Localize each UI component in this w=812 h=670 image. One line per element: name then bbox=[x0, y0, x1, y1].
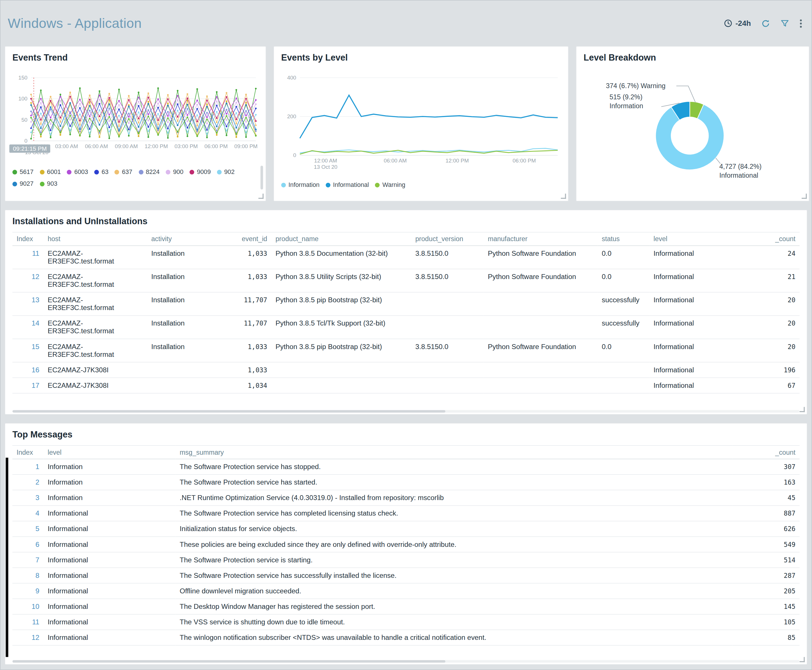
legend-item-warning[interactable]: Warning bbox=[375, 181, 406, 188]
legend-item-900[interactable]: 900 bbox=[166, 168, 183, 175]
cell-product-name bbox=[271, 362, 411, 378]
legend-item-9009[interactable]: 9009 bbox=[190, 168, 211, 175]
legend-item-6003[interactable]: 6003 bbox=[67, 168, 88, 175]
cell-index[interactable]: 17 bbox=[12, 378, 43, 393]
cell-index[interactable]: 15 bbox=[12, 339, 43, 362]
table-row[interactable]: 16EC2AMAZ-J7K308I1,033Informational196 bbox=[12, 362, 799, 378]
cell-index[interactable]: 10 bbox=[12, 599, 43, 614]
cell-level: Informational bbox=[650, 339, 717, 362]
legend-label: Information bbox=[289, 181, 320, 188]
legend-item-9027[interactable]: 9027 bbox=[12, 180, 33, 188]
table-row[interactable]: 14EC2AMAZ-ER3EF3C.test.formatInstallatio… bbox=[12, 315, 799, 339]
table-row[interactable]: 5InformationalInitialization status for … bbox=[12, 521, 799, 536]
column-header-msg-summary[interactable]: msg_summary bbox=[176, 445, 732, 459]
panel-resize-handle[interactable] bbox=[800, 657, 805, 662]
legend-item-637[interactable]: 637 bbox=[115, 168, 132, 175]
legend-label: 902 bbox=[224, 168, 235, 175]
legend-item-6001[interactable]: 6001 bbox=[40, 168, 61, 175]
cell-msg-summary: The VSS service is shutting down due to … bbox=[176, 614, 732, 630]
panel-resize-handle[interactable] bbox=[259, 194, 264, 199]
legend-item-903[interactable]: 903 bbox=[40, 180, 57, 188]
scrollbar-thumb[interactable] bbox=[12, 410, 445, 413]
cell-index[interactable]: 6 bbox=[12, 536, 43, 552]
cell-index[interactable]: 7 bbox=[12, 552, 43, 568]
table-row[interactable]: 15EC2AMAZ-ER3EF3C.test.formatInstallatio… bbox=[12, 339, 799, 362]
legend-scrollbar[interactable] bbox=[261, 166, 263, 189]
panel-resize-handle[interactable] bbox=[802, 194, 807, 199]
column-header-product-name[interactable]: product_name bbox=[271, 232, 411, 246]
table-row[interactable]: 12EC2AMAZ-ER3EF3C.test.formatInstallatio… bbox=[12, 269, 799, 292]
cell-index[interactable]: 5 bbox=[12, 521, 43, 536]
column-header-activity[interactable]: activity bbox=[147, 232, 217, 246]
table-row[interactable]: 12InformationalThe winlogon notification… bbox=[12, 630, 799, 645]
column-header-level[interactable]: level bbox=[650, 232, 717, 246]
column-header-event-id[interactable]: event_id bbox=[217, 232, 271, 246]
refresh-icon[interactable] bbox=[761, 19, 770, 28]
horizontal-scrollbar[interactable] bbox=[12, 410, 799, 413]
legend-label: 5617 bbox=[20, 168, 34, 175]
cell-index[interactable]: 9 bbox=[12, 583, 43, 599]
cell-level: Informational bbox=[43, 536, 176, 552]
legend-label: 6001 bbox=[47, 168, 61, 175]
column-header-host[interactable]: host bbox=[43, 232, 147, 246]
panel-events-trend: Events Trend 05010015012:00 AM13 Oct 200… bbox=[5, 46, 266, 201]
cell-manufacturer bbox=[484, 378, 598, 393]
kebab-menu-icon[interactable] bbox=[800, 19, 802, 28]
plot-area: 020040012:00 AM13 Oct 2006:00 AM12:00 PM… bbox=[287, 74, 558, 170]
table-row[interactable]: 11EC2AMAZ-ER3EF3C.test.formatInstallatio… bbox=[12, 246, 799, 269]
cell-product-name: Python 3.8.5 Tcl/Tk Support (32-bit) bbox=[271, 315, 411, 339]
table-row[interactable]: 9InformationalOffline downlevel migratio… bbox=[12, 583, 799, 599]
panel-resize-handle[interactable] bbox=[800, 407, 805, 412]
table-row[interactable]: 10InformationalThe Desktop Window Manage… bbox=[12, 599, 799, 614]
left-scroll-indicator[interactable] bbox=[6, 458, 8, 657]
column-header-product-version[interactable]: product_version bbox=[411, 232, 484, 246]
cell-index[interactable]: 1 bbox=[12, 459, 43, 474]
cell--count: 887 bbox=[732, 506, 799, 521]
table-row[interactable]: 2InformationThe Software Protection serv… bbox=[12, 474, 799, 490]
legend-item-63[interactable]: 63 bbox=[94, 168, 108, 175]
cell-index[interactable]: 12 bbox=[12, 269, 43, 292]
legend-item-5617[interactable]: 5617 bbox=[12, 168, 33, 175]
table-row[interactable]: 4InformationalThe Software Protection se… bbox=[12, 506, 799, 521]
column-header-status[interactable]: status bbox=[597, 232, 649, 246]
cell-index[interactable]: 3 bbox=[12, 490, 43, 506]
panel-level-breakdown: Level Breakdown 374 (6.7%) Warning 515 (… bbox=[576, 46, 809, 201]
table-row[interactable]: 7InformationalThe Software Protection se… bbox=[12, 552, 799, 568]
column-header--count[interactable]: _count bbox=[732, 445, 799, 459]
column-header-index[interactable]: Index bbox=[12, 232, 43, 246]
cell-index[interactable]: 13 bbox=[12, 292, 43, 315]
filter-icon[interactable] bbox=[780, 19, 789, 28]
time-range-button[interactable]: -24h bbox=[724, 19, 751, 27]
table-row[interactable]: 1InformationThe Software Protection serv… bbox=[12, 459, 799, 474]
column-header-index[interactable]: Index bbox=[12, 445, 43, 459]
legend-item-informational[interactable]: Informational bbox=[326, 181, 369, 188]
level-breakdown-chart[interactable]: 374 (6.7%) Warning 515 (9.2%) Informatio… bbox=[584, 72, 802, 194]
svg-text:09:00 PM: 09:00 PM bbox=[234, 143, 257, 149]
horizontal-scrollbar[interactable] bbox=[12, 660, 799, 663]
table-row[interactable]: 8InformationalThe Software Protection se… bbox=[12, 568, 799, 583]
legend-item-information[interactable]: Information bbox=[281, 181, 320, 188]
table-row[interactable]: 3Information.NET Runtime Optimization Se… bbox=[12, 490, 799, 506]
legend-item-902[interactable]: 902 bbox=[217, 168, 235, 175]
table-row[interactable]: 11InformationalThe VSS service is shutti… bbox=[12, 614, 799, 630]
scrollbar-thumb[interactable] bbox=[12, 660, 445, 663]
table-row[interactable]: 6InformationalThese policies are being e… bbox=[12, 536, 799, 552]
time-range-label: -24h bbox=[735, 19, 751, 27]
table-row[interactable]: 13EC2AMAZ-ER3EF3C.test.formatInstallatio… bbox=[12, 292, 799, 315]
table-row[interactable]: 17EC2AMAZ-J7K308I1,034Informational67 bbox=[12, 378, 799, 393]
panel-resize-handle[interactable] bbox=[561, 194, 566, 199]
legend-item-8224[interactable]: 8224 bbox=[139, 168, 159, 175]
cell--count: 307 bbox=[732, 459, 799, 474]
cell-index[interactable]: 4 bbox=[12, 506, 43, 521]
cell-index[interactable]: 12 bbox=[12, 630, 43, 645]
cell-index[interactable]: 11 bbox=[12, 614, 43, 630]
column-header-manufacturer[interactable]: manufacturer bbox=[484, 232, 598, 246]
cell-index[interactable]: 11 bbox=[12, 246, 43, 269]
cell-index[interactable]: 16 bbox=[12, 362, 43, 378]
column-header-level[interactable]: level bbox=[43, 445, 176, 459]
events-by-level-chart[interactable]: 020040012:00 AM13 Oct 2006:00 AM12:00 PM… bbox=[281, 72, 562, 176]
cell-index[interactable]: 2 bbox=[12, 474, 43, 490]
cell-index[interactable]: 8 bbox=[12, 568, 43, 583]
cell-index[interactable]: 14 bbox=[12, 315, 43, 339]
column-header--count[interactable]: _count bbox=[717, 232, 800, 246]
